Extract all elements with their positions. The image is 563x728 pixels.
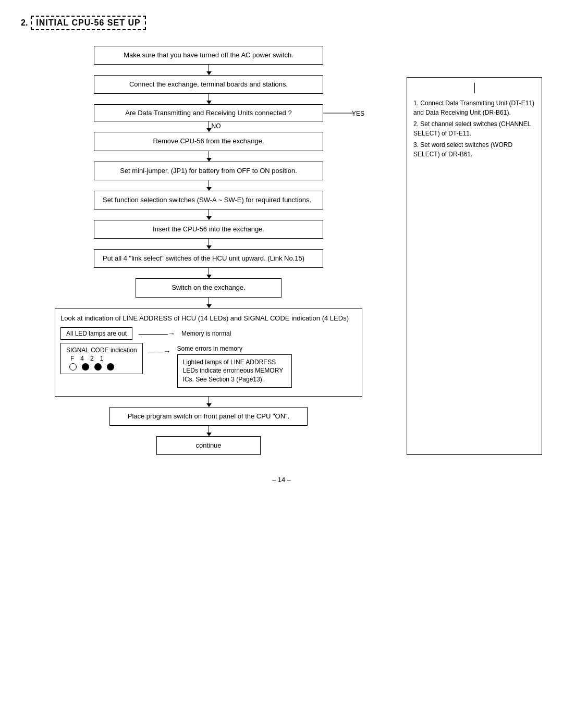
step-3-diamond: Are Data Transmitting and Receiving Unit… xyxy=(94,104,323,121)
arrow-right-1: ————→ xyxy=(139,329,175,338)
step-continue: continue xyxy=(156,436,261,455)
step-11: Place program switch on front panel of t… xyxy=(109,407,308,426)
sidebar-item-2: 2. Set channel select switches (CHANNEL … xyxy=(413,119,535,138)
led-section-title: Look at indication of LINE ADDRESS of HC… xyxy=(60,314,357,323)
step-4: Remove CPU-56 from the exchange. xyxy=(94,132,323,151)
led-all-out-box: All LED lamps are out xyxy=(60,327,132,340)
step-9: Switch on the exchange. xyxy=(136,278,282,297)
step-2: Connect the exchange, terminal boards an… xyxy=(94,75,323,94)
led-signal-result: Some errors in memory xyxy=(177,345,292,352)
no-label: NO xyxy=(212,122,221,130)
arrow-2 xyxy=(209,94,209,104)
step-1: Make sure that you have turned off the A… xyxy=(94,46,323,65)
arrow-right-2: ——→ xyxy=(149,347,171,355)
sidebar-connector xyxy=(474,83,475,93)
signal-code-box: SIGNAL CODE indication F 4 2 1 xyxy=(60,343,143,374)
step-7: Insert the CPU-56 into the exchange. xyxy=(94,220,323,239)
arrow-1 xyxy=(209,65,209,75)
led-circle-3 xyxy=(107,363,114,371)
section-title: INITIAL CPU-56 SET UP xyxy=(31,16,145,30)
signal-numbers: F 4 2 1 xyxy=(66,355,137,362)
page-header: 2. INITIAL CPU-56 SET UP xyxy=(21,16,542,30)
arrow-11 xyxy=(209,426,209,436)
step-5: Set mini-jumper, (JP1) for battery from … xyxy=(94,162,323,180)
led-circle-2 xyxy=(94,363,102,371)
led-all-out-row: All LED lamps are out ————→ Memory is no… xyxy=(60,327,357,340)
arrow-6 xyxy=(209,209,209,220)
sidebar-item-1: 1. Connect Data Transmitting Unit (DT-E1… xyxy=(413,98,535,117)
led-section: Look at indication of LINE ADDRESS of HC… xyxy=(55,308,362,397)
sidebar-box: 1. Connect Data Transmitting Unit (DT-E1… xyxy=(407,77,542,455)
step-8: Put all 4 "link select" switches of the … xyxy=(94,249,323,268)
led-circle-1 xyxy=(82,363,89,371)
arrow-4 xyxy=(209,151,209,162)
arrow-7 xyxy=(209,239,209,249)
yes-label: YES xyxy=(352,110,364,117)
memory-error-box: Lighted lamps of LINE ADDRESS LEDs indic… xyxy=(177,354,292,388)
sidebar-item-3: 3. Set word select switches (WORD SELECT… xyxy=(413,140,535,159)
led-all-out-result: Memory is normal xyxy=(181,330,231,337)
section-number: 2. xyxy=(21,18,28,28)
led-circle-open xyxy=(69,363,77,371)
flowchart: Make sure that you have turned off the A… xyxy=(21,46,396,455)
led-circles xyxy=(66,363,137,371)
led-signal-row: SIGNAL CODE indication F 4 2 1 ——→ xyxy=(60,343,357,388)
page-number: – 14 – xyxy=(272,476,291,484)
step-6: Set function selection switches (SW-A ~ … xyxy=(94,191,323,209)
arrow-5 xyxy=(209,180,209,191)
arrow-10 xyxy=(209,397,209,407)
main-content: Make sure that you have turned off the A… xyxy=(21,46,542,455)
page-footer: – 14 – xyxy=(21,476,542,484)
arrow-9 xyxy=(209,298,209,308)
signal-code-label: SIGNAL CODE indication xyxy=(66,347,137,354)
arrow-8 xyxy=(209,268,209,278)
